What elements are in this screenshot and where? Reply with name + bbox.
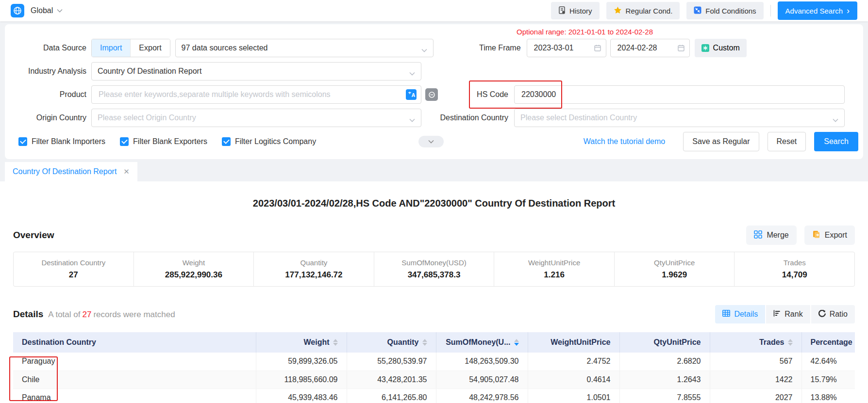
- advanced-search-button[interactable]: Advanced Search ›: [778, 1, 857, 20]
- start-date-input[interactable]: [527, 39, 606, 57]
- report-content: 2023/03/01-2024/02/28,HS Code AND"220300…: [0, 181, 868, 403]
- time-frame-label: Time Frame: [434, 44, 527, 52]
- data-sources-select[interactable]: 97 data sources selected: [175, 39, 434, 57]
- topbar: Global History Regular Cond. Fold Condit…: [0, 0, 868, 21]
- details-header: Details A total of27records were matched…: [13, 305, 855, 323]
- origin-country-select[interactable]: Please select Origin Country: [91, 109, 421, 127]
- col-quantity[interactable]: Quantity: [347, 332, 436, 353]
- collapse-conditions-button[interactable]: [418, 136, 444, 147]
- table-header-row: Destination Country Weight Quantity SumO…: [13, 332, 855, 353]
- view-details-button[interactable]: Details: [715, 305, 765, 323]
- report-title: 2023/03/01-2024/02/28,HS Code AND"220300…: [13, 181, 855, 209]
- details-table-wrap: Destination Country Weight Quantity SumO…: [13, 332, 855, 403]
- sort-icon[interactable]: [422, 339, 427, 346]
- records-matched-text: A total of27records were matched: [48, 310, 175, 320]
- details-heading-area: Details A total of27records were matched: [13, 309, 175, 320]
- industry-analysis-label: Industry Analysis: [18, 67, 86, 76]
- history-button[interactable]: History: [551, 2, 600, 19]
- sort-icon-active-desc[interactable]: [514, 339, 519, 346]
- merge-button[interactable]: Merge: [746, 226, 796, 245]
- chevron-down-icon: [57, 9, 63, 13]
- col-trades[interactable]: Trades: [710, 332, 801, 353]
- divider: [770, 5, 771, 16]
- overview-stats-card: Destination Country 27 Weight 285,922,99…: [13, 252, 855, 287]
- table-icon: [722, 310, 730, 319]
- origin-country-label: Origin Country: [18, 113, 86, 122]
- col-sum-of-money[interactable]: SumOfMoney(U...: [436, 332, 528, 353]
- table-row[interactable]: Paraguay 59,899,326.05 55,280,539.97 148…: [13, 353, 855, 371]
- star-icon: [614, 6, 622, 16]
- result-tabbar: Country Of Destination Report ✕: [0, 159, 868, 181]
- import-toggle[interactable]: Import: [92, 39, 130, 57]
- globe-logo-icon: [11, 4, 24, 17]
- chevron-right-icon: ›: [847, 6, 850, 15]
- details-heading: Details: [13, 309, 43, 320]
- fold-icon: [694, 6, 701, 16]
- filter-blank-importers-checkbox[interactable]: Filter Blank Importers: [18, 137, 105, 146]
- save-as-regular-button[interactable]: Save as Regular: [683, 132, 759, 151]
- reset-button[interactable]: Reset: [768, 132, 806, 151]
- details-table: Destination Country Weight Quantity SumO…: [13, 332, 855, 403]
- industry-analysis-select[interactable]: Country Of Destination Report: [91, 62, 421, 81]
- search-button[interactable]: Search: [814, 132, 858, 151]
- destination-country-label: Destination Country: [421, 113, 514, 122]
- product-input[interactable]: [91, 85, 421, 104]
- chevron-down-icon: [409, 69, 415, 78]
- similar-search-icon[interactable]: [425, 88, 438, 101]
- form-row-product-hscode: Product A HS Code: [18, 85, 850, 104]
- chevron-down-icon: [833, 115, 838, 124]
- data-source-label: Data Source: [18, 44, 86, 52]
- stat-quantity: Quantity 177,132,146.72: [253, 252, 374, 286]
- export-toggle[interactable]: Export: [130, 39, 169, 57]
- end-date-input[interactable]: [610, 39, 690, 57]
- col-weight-unit-price: WeightUnitPrice: [528, 332, 619, 353]
- form-row-data-source: Data Source Import Export 97 data source…: [18, 39, 850, 57]
- brand-area[interactable]: Global: [11, 4, 63, 17]
- custom-range-button[interactable]: Custom: [695, 39, 747, 57]
- product-field: A: [91, 85, 421, 104]
- table-row[interactable]: Chile 118,985,660.09 43,428,201.35 54,90…: [13, 371, 855, 388]
- region-selector-label: Global: [31, 6, 53, 15]
- col-weight[interactable]: Weight: [256, 332, 347, 353]
- filter-logitics-company-checkbox[interactable]: Filter Logitics Company: [222, 137, 316, 146]
- destination-placeholder: Please select Destination Country: [520, 113, 637, 122]
- translate-icon[interactable]: A: [406, 89, 417, 100]
- form-actions: Watch the tutorial demo Save as Regular …: [584, 132, 858, 151]
- pie-ratio-icon: [818, 310, 826, 319]
- view-rank-button[interactable]: Rank: [766, 305, 810, 323]
- sort-icon[interactable]: [333, 339, 338, 346]
- history-icon: [558, 6, 566, 16]
- form-row-industry: Industry Analysis Country Of Destination…: [18, 62, 850, 81]
- filter-blank-exporters-checkbox[interactable]: Filter Blank Exporters: [120, 137, 207, 146]
- tutorial-demo-link[interactable]: Watch the tutorial demo: [584, 137, 665, 146]
- hs-code-input[interactable]: [514, 85, 845, 104]
- export-button[interactable]: Export: [804, 226, 855, 245]
- start-date-field[interactable]: [527, 39, 606, 57]
- fold-conditions-button[interactable]: Fold Conditions: [686, 2, 763, 19]
- stat-sum-of-money: SumOfMoney(USD) 347,685,378.3: [374, 252, 494, 286]
- sort-icon[interactable]: [788, 339, 793, 346]
- close-icon[interactable]: ✕: [123, 167, 130, 176]
- chevron-down-icon: [409, 115, 415, 124]
- view-ratio-button[interactable]: Ratio: [811, 305, 855, 323]
- regular-cond-button[interactable]: Regular Cond.: [606, 2, 680, 19]
- cell-country[interactable]: Chile: [13, 371, 256, 388]
- checkbox-checked-icon: [120, 137, 129, 146]
- merge-icon: [754, 230, 762, 241]
- tab-country-of-destination-report[interactable]: Country Of Destination Report ✕: [5, 162, 137, 181]
- end-date-field[interactable]: [610, 39, 690, 57]
- hs-code-label: HS Code: [438, 90, 514, 99]
- custom-icon: [701, 44, 709, 52]
- product-label: Product: [18, 90, 86, 99]
- checkbox-checked-icon: [222, 137, 231, 146]
- destination-country-select[interactable]: Please select Destination Country: [514, 109, 845, 127]
- col-qty-unit-price: QtyUnitPrice: [619, 332, 710, 353]
- table-row[interactable]: Panama 45,939,483.46 6,141,265.80 48,242…: [13, 388, 855, 403]
- origin-placeholder: Please select Origin Country: [98, 113, 196, 122]
- topbar-actions: History Regular Cond. Fold Conditions Ad…: [551, 1, 857, 20]
- form-row-countries: Origin Country Please select Origin Coun…: [18, 109, 850, 127]
- col-destination-country: Destination Country: [13, 332, 256, 353]
- overview-actions: Merge Export: [746, 226, 855, 245]
- cell-country[interactable]: Panama: [13, 388, 256, 403]
- cell-country[interactable]: Paraguay: [13, 353, 256, 371]
